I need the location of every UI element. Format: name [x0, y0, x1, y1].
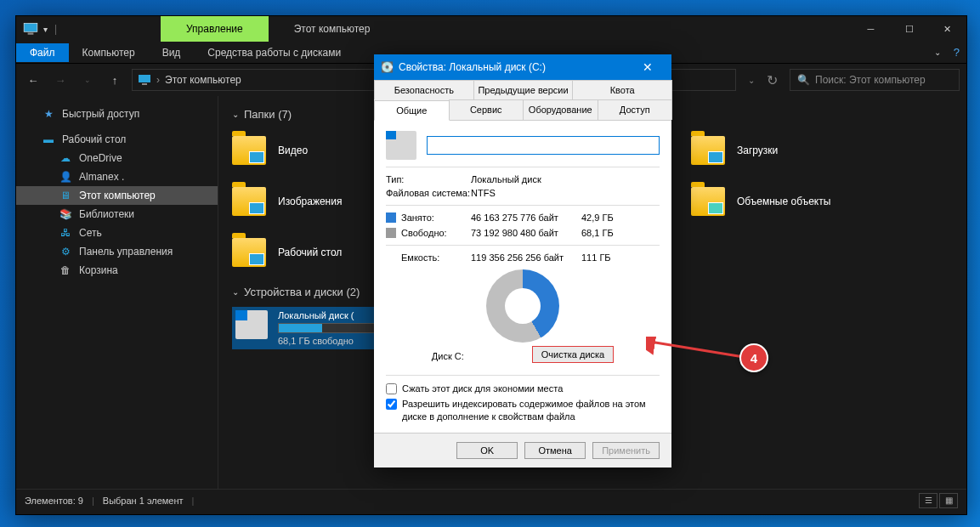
disk-cleanup-button[interactable]: Очистка диска: [532, 346, 614, 363]
tab-general[interactable]: Общие: [374, 100, 450, 121]
status-bar: Элементов: 9 | Выбран 1 элемент | ☰ ▦: [16, 489, 966, 511]
apply-button[interactable]: Применить: [592, 442, 660, 459]
help-icon[interactable]: ?: [954, 46, 960, 59]
sidebar-user[interactable]: 👤Almanex .: [16, 167, 218, 186]
cloud-icon: ☁: [59, 151, 72, 165]
annotation-badge: 4: [739, 343, 768, 372]
value-free-bytes: 73 192 980 480 байт: [471, 228, 581, 238]
nav-forward-button[interactable]: →: [50, 70, 71, 90]
free-color-swatch: [386, 228, 396, 238]
sidebar-control-panel[interactable]: ⚙Панель управления: [16, 242, 218, 261]
folder-icon: [691, 187, 725, 216]
dialog-body: Тип: Локальный диск Файловая система: NT…: [374, 121, 671, 433]
value-used-bytes: 46 163 275 776 байт: [471, 212, 581, 223]
dropdown-icon[interactable]: ⌄: [748, 76, 755, 85]
value-type: Локальный диск: [471, 174, 660, 184]
value-capacity-bytes: 119 356 256 256 байт: [471, 252, 581, 263]
status-selection: Выбран 1 элемент: [103, 496, 184, 506]
svg-rect-0: [24, 23, 37, 31]
star-icon: ★: [42, 107, 55, 121]
menu-file[interactable]: Файл: [16, 43, 69, 62]
drive-free-text: 68,1 ГБ свободно: [278, 336, 388, 346]
drive-label-input[interactable]: [427, 136, 660, 155]
disk-usage-chart: [486, 269, 559, 343]
drive-icon: [386, 131, 416, 160]
tab-security[interactable]: Безопасность: [374, 80, 474, 99]
maximize-button[interactable]: ☐: [890, 16, 928, 42]
label-filesystem: Файловая система:: [386, 188, 471, 198]
libraries-icon: 📚: [59, 207, 72, 221]
dialog-title: Свойства: Локальный диск (C:): [399, 61, 546, 73]
drive-name: Локальный диск (: [278, 310, 388, 320]
folder-icon: [232, 136, 266, 165]
svg-rect-1: [28, 33, 34, 35]
svg-rect-3: [142, 83, 147, 85]
view-icons-button[interactable]: ▦: [939, 493, 958, 508]
folder-3d-objects[interactable]: Объемные объекты: [691, 180, 878, 223]
menu-view[interactable]: Вид: [149, 43, 195, 62]
folder-icon: [232, 187, 266, 216]
label-capacity: Емкость:: [401, 252, 471, 263]
titlebar: ▾ | Управление Этот компьютер ─ ☐ ✕: [16, 16, 966, 42]
folder-icon: [232, 238, 266, 267]
sidebar-quick-access[interactable]: ★Быстрый доступ: [16, 105, 218, 123]
dialog-titlebar: 💽 Свойства: Локальный диск (C:) ✕: [374, 54, 671, 80]
ok-button[interactable]: OK: [456, 442, 518, 459]
minimize-button[interactable]: ─: [852, 16, 890, 42]
value-filesystem: NTFS: [471, 188, 660, 198]
network-icon: 🖧: [59, 226, 72, 240]
this-pc-icon: [138, 73, 151, 87]
folder-downloads[interactable]: Загрузки: [691, 129, 878, 172]
view-details-button[interactable]: ☰: [919, 493, 938, 508]
control-panel-icon: ⚙: [59, 245, 72, 258]
compress-checkbox-input[interactable]: [386, 383, 397, 394]
label-free: Свободно:: [401, 228, 471, 238]
desktop-icon: ▬: [42, 133, 55, 146]
ribbon-expand-icon[interactable]: ⌄: [934, 48, 941, 57]
disk-name-label: Диск C:: [432, 351, 464, 361]
dialog-tabs: Безопасность Предыдущие версии Квота Общ…: [374, 80, 671, 121]
this-pc-icon: 🖥: [59, 189, 72, 202]
tab-access[interactable]: Доступ: [598, 99, 673, 120]
drive-icon: [235, 310, 268, 339]
properties-dialog: 💽 Свойства: Локальный диск (C:) ✕ Безопа…: [374, 54, 671, 468]
close-button[interactable]: ✕: [928, 16, 966, 42]
sidebar-onedrive[interactable]: ☁OneDrive: [16, 149, 218, 167]
status-item-count: Элементов: 9: [25, 496, 83, 506]
search-input[interactable]: 🔍 Поиск: Этот компьютер: [790, 69, 960, 91]
sidebar-this-pc[interactable]: 🖥Этот компьютер: [16, 186, 218, 205]
value-capacity-gb: 111 ГБ: [581, 252, 632, 263]
drive-usage-bar: [278, 323, 388, 333]
tab-hardware[interactable]: Оборудование: [523, 99, 598, 120]
nav-up-button[interactable]: ↑: [105, 70, 125, 90]
search-placeholder: Поиск: Этот компьютер: [815, 74, 926, 86]
compress-checkbox[interactable]: Сжать этот диск для экономии места: [386, 382, 660, 394]
sidebar-recycle-bin[interactable]: 🗑Корзина: [16, 261, 218, 280]
menu-disktools[interactable]: Средства работы с дисками: [194, 43, 354, 62]
sidebar-libraries[interactable]: 📚Библиотеки: [16, 205, 218, 224]
cancel-button[interactable]: Отмена: [524, 442, 586, 459]
used-color-swatch: [386, 212, 396, 223]
value-free-gb: 68,1 ГБ: [581, 228, 632, 238]
nav-back-button[interactable]: ←: [23, 70, 43, 90]
tab-quota[interactable]: Квота: [572, 80, 672, 99]
label-used: Занято:: [401, 212, 471, 223]
user-icon: 👤: [59, 170, 72, 184]
index-checkbox[interactable]: Разрешить индексировать содержимое файло…: [386, 398, 660, 422]
tab-service[interactable]: Сервис: [449, 99, 524, 120]
index-checkbox-input[interactable]: [386, 399, 397, 410]
sidebar-network[interactable]: 🖧Сеть: [16, 224, 218, 242]
sidebar-desktop[interactable]: ▬Рабочий стол: [16, 130, 218, 149]
drive-icon: 💽: [381, 61, 394, 73]
value-used-gb: 42,9 ГБ: [581, 212, 632, 223]
dialog-close-button[interactable]: ✕: [631, 60, 665, 74]
ribbon-tab-manage[interactable]: Управление: [161, 16, 269, 42]
dialog-footer: OK Отмена Применить: [374, 433, 671, 468]
refresh-icon[interactable]: ↻: [767, 72, 778, 88]
menu-computer[interactable]: Компьютер: [69, 43, 149, 62]
recycle-icon: 🗑: [59, 264, 72, 277]
nav-recent-icon[interactable]: ⌄: [77, 70, 98, 90]
breadcrumb-location: Этот компьютер: [165, 74, 241, 86]
tab-previous-versions[interactable]: Предыдущие версии: [473, 80, 574, 99]
window-title: Этот компьютер: [269, 16, 396, 42]
